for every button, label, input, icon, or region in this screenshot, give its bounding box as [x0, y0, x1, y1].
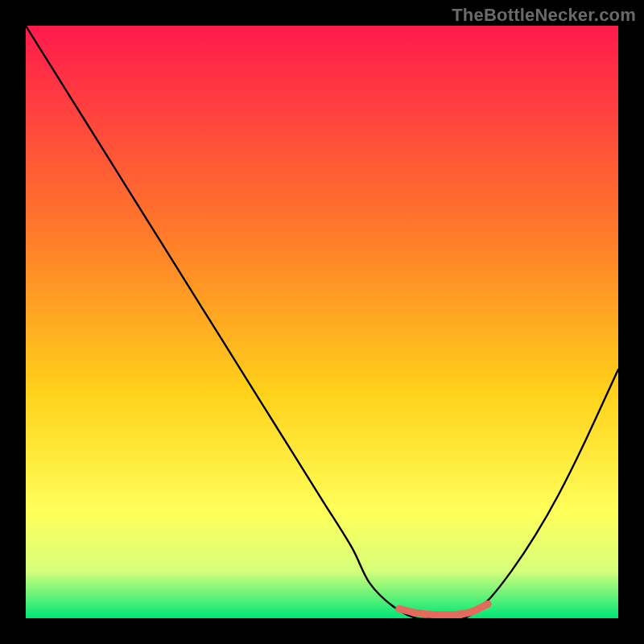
- gradient-background: [26, 26, 618, 618]
- watermark-text: TheBottleNecker.com: [452, 5, 636, 26]
- bottleneck-chart: [26, 26, 618, 618]
- chart-frame: [26, 26, 618, 618]
